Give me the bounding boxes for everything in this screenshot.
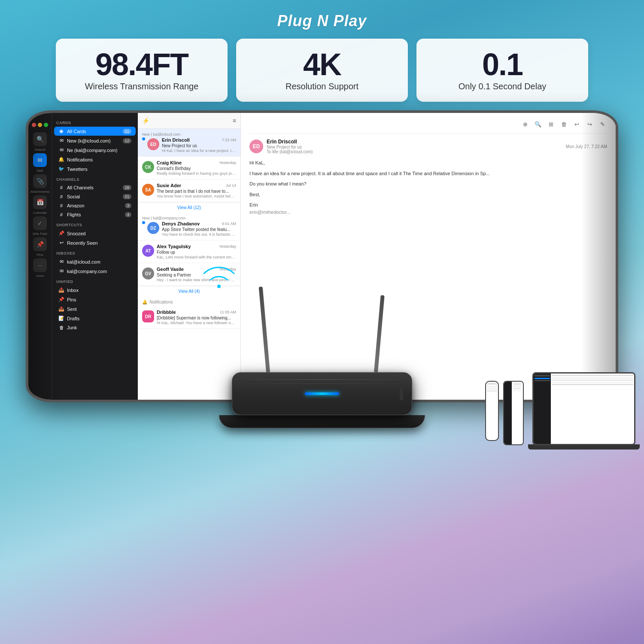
- sidebar-item-social[interactable]: # Social 21: [54, 192, 136, 201]
- sidebar-item-all-cards[interactable]: ◉ All Cards 21: [54, 127, 136, 136]
- sidebar-item-icloud[interactable]: ✉ New (k@icloud.com) 12: [54, 136, 136, 145]
- susie-sender: Susie Ader: [157, 183, 181, 188]
- tweetters-label: Tweetters: [67, 167, 88, 172]
- message-item-susie[interactable]: SA Susie Ader Jul 14 The best part is th…: [138, 179, 240, 202]
- icloud-inbox-label: kal@icloud.com: [67, 259, 100, 264]
- susie-preview: You know how I love automation. Assist h…: [157, 194, 236, 198]
- sidebar-item-icloud-inbox[interactable]: ✉ kal@icloud.com: [54, 257, 136, 266]
- small-devices: [481, 334, 644, 454]
- susie-time: Jul 14: [226, 183, 236, 188]
- denys-time: 6:01 AM: [222, 222, 236, 226]
- sidebar-item-flights[interactable]: # Flights 4: [54, 210, 136, 219]
- bluetooth-icon[interactable]: ⊕: [520, 119, 530, 129]
- calendar-nav-label: Calendar: [33, 211, 47, 215]
- search-nav-label: Search: [34, 148, 45, 152]
- sidebar-item-all-channels[interactable]: # All Channels 28: [54, 183, 136, 192]
- attachments-nav-icon[interactable]: 📎: [33, 174, 47, 188]
- pins-nav-icon[interactable]: 📌: [33, 237, 47, 251]
- unified-inbox-icon: 📥: [58, 287, 64, 293]
- dribbble-avatar: DR: [142, 310, 154, 322]
- sidebar-item-company[interactable]: ✉ Ne (kal@company.com): [54, 146, 136, 155]
- small-laptop: [532, 372, 635, 445]
- compose-icon[interactable]: ⚡: [142, 117, 149, 124]
- erin-avatar: ED: [147, 138, 159, 150]
- unified-sent-label: Sent: [67, 307, 77, 312]
- all-cards-badge: 21: [123, 129, 131, 134]
- email-question: Do you know what I mean?: [249, 180, 607, 188]
- susie-content: Susie Ader Jul 14 The best part is that …: [157, 183, 236, 198]
- sidebar-item-company-inbox[interactable]: ✉ kal@company.com: [54, 267, 136, 276]
- sidebar-item-unified-inbox[interactable]: 📥 Inbox: [54, 286, 136, 295]
- more-nav-label: more: [36, 274, 44, 278]
- sidebar-item-unified-sent[interactable]: 📤 Sent: [54, 304, 136, 313]
- filter-icon[interactable]: ≡: [233, 117, 236, 124]
- mail-sidebar: CARDS ◉ All Cards 21 ✉ New (k@icloud.com…: [52, 113, 138, 400]
- search-nav-icon[interactable]: 🔍: [33, 132, 47, 146]
- all-channels-icon: #: [58, 185, 64, 190]
- more-nav-icon[interactable]: ···: [33, 258, 47, 272]
- icloud-label: New (k@icloud.com): [67, 138, 111, 143]
- antenna-area: [232, 278, 412, 372]
- sidebar-item-amazon[interactable]: # Amazon 3: [54, 201, 136, 210]
- craig-preview: Really looking forward in having you guy…: [157, 171, 236, 176]
- unified-sent-icon: 📤: [58, 306, 64, 312]
- email-to: To Me (kal@icloud.com): [267, 149, 313, 154]
- forward-icon[interactable]: ↪: [585, 119, 594, 129]
- email-signature: Erinerin@imthedoctor...: [249, 201, 607, 216]
- compose-toolbar-icon[interactable]: ✎: [598, 119, 607, 129]
- email-paragraph1: I have an idea for a new project. It is …: [249, 170, 607, 177]
- message-item-denys[interactable]: New | kal@company.com DZ Denys Zhadanov …: [138, 213, 240, 240]
- sidebar-item-unified-pins[interactable]: 📌 Pins: [54, 295, 136, 304]
- cards-section-header: CARDS: [52, 117, 138, 126]
- email-sender-name: Erin Driscoll: [267, 139, 313, 145]
- notifications-label: Notifications: [149, 300, 173, 304]
- sidebar-item-recently-seen[interactable]: ↩ Recently Seen: [54, 238, 136, 247]
- notifs-label: Notifications: [67, 157, 93, 162]
- msg-header: Alex Tyagulsky Yesterday: [157, 244, 236, 249]
- bills-nav-icon[interactable]: ✓: [33, 216, 47, 230]
- email-date: Mon July 27, 7:22 AM: [566, 144, 607, 149]
- sidebar-item-unified-junk[interactable]: 🗑 Junk: [54, 323, 136, 332]
- calendar-nav-icon[interactable]: 📅: [33, 195, 47, 209]
- social-label: Social: [67, 194, 80, 199]
- pins-nav-label: Pins: [36, 253, 43, 257]
- craig-time: Yesterday: [219, 161, 236, 165]
- craig-subject: Conrad's Birthday: [157, 166, 236, 171]
- erin-time: 7:22 AM: [222, 138, 236, 142]
- unified-drafts-label: Drafts: [67, 316, 79, 321]
- flights-badge: 4: [125, 212, 131, 217]
- geoff-avatar: GV: [142, 267, 154, 279]
- trash-icon[interactable]: 🗑: [559, 119, 568, 129]
- email-sender-avatar: ED: [249, 140, 263, 153]
- archive-icon[interactable]: ⊞: [546, 119, 556, 129]
- sidebar-item-snoozed[interactable]: 📌 Snoozed: [54, 229, 136, 238]
- sidebar-item-notifs[interactable]: 🔔 Notifications: [54, 155, 136, 164]
- view-all-12[interactable]: View All (12): [138, 202, 240, 213]
- laptop-sidebar: [534, 374, 551, 444]
- message-item-erin[interactable]: New | kal@icloud.com ED Erin Driscoll 7:…: [138, 129, 240, 157]
- spec-cards-container: 98.4FT Wireless Transmission Range 4K Re…: [0, 39, 644, 110]
- device-base: [219, 415, 425, 428]
- small-phone: [485, 381, 499, 441]
- dribbble-sender: Dribbble: [157, 310, 176, 315]
- tablet-content: [512, 382, 523, 444]
- search-toolbar-icon[interactable]: 🔍: [533, 119, 543, 129]
- bell-icon: 🔔: [142, 300, 147, 304]
- erin-sender: Erin Driscoll: [162, 137, 190, 143]
- all-channels-badge: 28: [123, 185, 131, 190]
- message-item-craig[interactable]: CK Craig Kline Yesterday Conrad's Birthd…: [138, 157, 240, 179]
- msg-row: CK Craig Kline Yesterday Conrad's Birthd…: [142, 160, 236, 176]
- page-title: Plug N Play: [0, 12, 644, 30]
- mail-nav-label: Mail: [37, 169, 43, 173]
- unified-junk-icon: 🗑: [58, 325, 64, 330]
- unread-dot: [142, 137, 145, 140]
- erin-preview: Hi Kal, I have an idea for a new project…: [162, 149, 236, 153]
- minimize-dot: [38, 123, 42, 127]
- icloud-inbox-icon: ✉: [58, 259, 64, 264]
- sidebar-item-unified-drafts[interactable]: 📝 Drafts: [54, 314, 136, 323]
- sidebar-item-tweetters[interactable]: 🐦 Tweetters: [54, 164, 136, 173]
- mail-nav-icon[interactable]: ✉: [33, 153, 47, 167]
- email-subject-line: New Project for us: [267, 145, 313, 149]
- spec-label-range: Wireless Transmission Range: [73, 82, 210, 91]
- reply-icon[interactable]: ↩: [572, 119, 581, 129]
